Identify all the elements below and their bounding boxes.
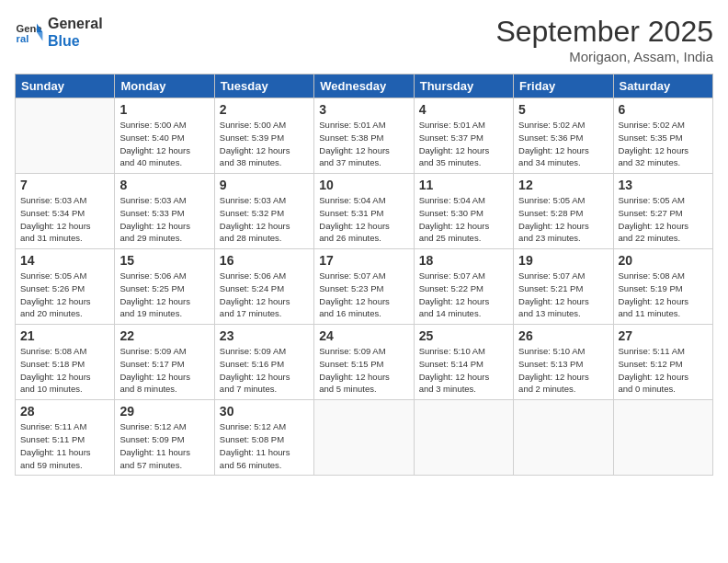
calendar-cell: 15Sunrise: 5:06 AM Sunset: 5:25 PM Dayli… <box>115 249 214 325</box>
svg-text:ral: ral <box>17 33 29 44</box>
calendar-cell: 5Sunrise: 5:02 AM Sunset: 5:36 PM Daylig… <box>514 98 613 174</box>
logo-text-line2: Blue <box>48 32 103 50</box>
day-number: 29 <box>119 404 209 419</box>
day-info: Sunrise: 5:07 AM Sunset: 5:21 PM Dayligh… <box>518 270 608 320</box>
day-header-tuesday: Tuesday <box>214 75 313 98</box>
title-block: September 2025 Morigaon, Assam, India <box>495 15 713 64</box>
calendar-cell: 2Sunrise: 5:00 AM Sunset: 5:39 PM Daylig… <box>214 98 313 174</box>
calendar-cell: 26Sunrise: 5:10 AM Sunset: 5:13 PM Dayli… <box>514 325 613 400</box>
day-number: 20 <box>619 253 708 268</box>
calendar-cell <box>414 400 513 476</box>
calendar-cell <box>16 98 115 174</box>
calendar-cell: 4Sunrise: 5:01 AM Sunset: 5:37 PM Daylig… <box>414 98 513 174</box>
day-number: 1 <box>119 102 209 117</box>
day-header-thursday: Thursday <box>414 75 513 98</box>
day-info: Sunrise: 5:03 AM Sunset: 5:32 PM Dayligh… <box>220 194 309 245</box>
calendar-table: SundayMondayTuesdayWednesdayThursdayFrid… <box>15 74 713 476</box>
day-info: Sunrise: 5:05 AM Sunset: 5:28 PM Dayligh… <box>518 194 608 245</box>
calendar-cell: 21Sunrise: 5:08 AM Sunset: 5:18 PM Dayli… <box>16 325 115 400</box>
day-number: 15 <box>119 253 209 268</box>
day-number: 19 <box>518 253 608 268</box>
day-info: Sunrise: 5:03 AM Sunset: 5:34 PM Dayligh… <box>20 194 109 245</box>
day-number: 14 <box>20 253 109 268</box>
month-title: September 2025 <box>495 15 713 49</box>
day-number: 12 <box>518 178 608 192</box>
day-number: 11 <box>419 178 508 192</box>
day-number: 22 <box>119 328 209 343</box>
day-info: Sunrise: 5:02 AM Sunset: 5:35 PM Dayligh… <box>619 119 708 169</box>
day-info: Sunrise: 5:04 AM Sunset: 5:30 PM Dayligh… <box>419 194 508 245</box>
day-info: Sunrise: 5:09 AM Sunset: 5:16 PM Dayligh… <box>220 345 309 396</box>
calendar-cell <box>613 400 712 476</box>
day-info: Sunrise: 5:10 AM Sunset: 5:14 PM Dayligh… <box>419 345 508 396</box>
calendar-cell: 28Sunrise: 5:11 AM Sunset: 5:11 PM Dayli… <box>16 400 115 476</box>
day-number: 27 <box>619 328 708 343</box>
day-number: 6 <box>619 102 708 117</box>
day-info: Sunrise: 5:12 AM Sunset: 5:08 PM Dayligh… <box>220 420 309 471</box>
day-header-sunday: Sunday <box>16 75 115 98</box>
day-number: 23 <box>220 328 309 343</box>
calendar-cell: 6Sunrise: 5:02 AM Sunset: 5:35 PM Daylig… <box>613 98 712 174</box>
day-header-saturday: Saturday <box>613 75 712 98</box>
calendar-cell: 3Sunrise: 5:01 AM Sunset: 5:38 PM Daylig… <box>314 98 414 174</box>
calendar-cell: 27Sunrise: 5:11 AM Sunset: 5:12 PM Dayli… <box>613 325 712 400</box>
day-info: Sunrise: 5:09 AM Sunset: 5:17 PM Dayligh… <box>119 345 209 396</box>
day-header-monday: Monday <box>115 75 214 98</box>
logo-icon: Gene ral <box>15 17 44 47</box>
calendar-cell: 29Sunrise: 5:12 AM Sunset: 5:09 PM Dayli… <box>115 400 214 476</box>
day-info: Sunrise: 5:02 AM Sunset: 5:36 PM Dayligh… <box>518 119 608 169</box>
day-number: 25 <box>419 328 508 343</box>
day-number: 13 <box>619 178 708 192</box>
calendar-cell: 18Sunrise: 5:07 AM Sunset: 5:22 PM Dayli… <box>414 249 513 325</box>
day-header-wednesday: Wednesday <box>314 75 414 98</box>
day-number: 17 <box>319 253 408 268</box>
day-number: 2 <box>220 102 309 117</box>
day-number: 28 <box>20 404 109 419</box>
logo-text-line1: General <box>48 15 103 32</box>
calendar-header-row: SundayMondayTuesdayWednesdayThursdayFrid… <box>16 75 713 98</box>
day-info: Sunrise: 5:08 AM Sunset: 5:19 PM Dayligh… <box>619 270 708 320</box>
day-number: 21 <box>20 328 109 343</box>
calendar-cell <box>314 400 414 476</box>
day-info: Sunrise: 5:03 AM Sunset: 5:33 PM Dayligh… <box>119 194 209 245</box>
svg-marker-3 <box>37 32 42 41</box>
calendar-cell: 7Sunrise: 5:03 AM Sunset: 5:34 PM Daylig… <box>16 174 115 249</box>
day-number: 16 <box>220 253 309 268</box>
day-info: Sunrise: 5:06 AM Sunset: 5:25 PM Dayligh… <box>119 270 209 320</box>
calendar-week-2: 7Sunrise: 5:03 AM Sunset: 5:34 PM Daylig… <box>16 174 713 249</box>
day-info: Sunrise: 5:09 AM Sunset: 5:15 PM Dayligh… <box>319 345 408 396</box>
calendar-cell: 24Sunrise: 5:09 AM Sunset: 5:15 PM Dayli… <box>314 325 414 400</box>
day-number: 9 <box>220 178 309 192</box>
day-info: Sunrise: 5:01 AM Sunset: 5:38 PM Dayligh… <box>319 119 408 169</box>
day-info: Sunrise: 5:00 AM Sunset: 5:40 PM Dayligh… <box>119 119 209 169</box>
day-info: Sunrise: 5:11 AM Sunset: 5:12 PM Dayligh… <box>619 345 708 396</box>
calendar-cell: 16Sunrise: 5:06 AM Sunset: 5:24 PM Dayli… <box>214 249 313 325</box>
calendar-cell: 17Sunrise: 5:07 AM Sunset: 5:23 PM Dayli… <box>314 249 414 325</box>
day-info: Sunrise: 5:01 AM Sunset: 5:37 PM Dayligh… <box>419 119 508 169</box>
day-number: 30 <box>220 404 309 419</box>
day-number: 7 <box>20 178 109 192</box>
day-info: Sunrise: 5:00 AM Sunset: 5:39 PM Dayligh… <box>220 119 309 169</box>
calendar-week-1: 1Sunrise: 5:00 AM Sunset: 5:40 PM Daylig… <box>16 98 713 174</box>
calendar-cell: 22Sunrise: 5:09 AM Sunset: 5:17 PM Dayli… <box>115 325 214 400</box>
calendar-cell: 14Sunrise: 5:05 AM Sunset: 5:26 PM Dayli… <box>16 249 115 325</box>
day-info: Sunrise: 5:06 AM Sunset: 5:24 PM Dayligh… <box>220 270 309 320</box>
day-info: Sunrise: 5:11 AM Sunset: 5:11 PM Dayligh… <box>20 420 109 471</box>
calendar-cell: 10Sunrise: 5:04 AM Sunset: 5:31 PM Dayli… <box>314 174 414 249</box>
calendar-week-5: 28Sunrise: 5:11 AM Sunset: 5:11 PM Dayli… <box>16 400 713 476</box>
day-info: Sunrise: 5:05 AM Sunset: 5:26 PM Dayligh… <box>20 270 109 320</box>
day-info: Sunrise: 5:04 AM Sunset: 5:31 PM Dayligh… <box>319 194 408 245</box>
calendar-cell: 11Sunrise: 5:04 AM Sunset: 5:30 PM Dayli… <box>414 174 513 249</box>
day-info: Sunrise: 5:10 AM Sunset: 5:13 PM Dayligh… <box>518 345 608 396</box>
day-info: Sunrise: 5:07 AM Sunset: 5:23 PM Dayligh… <box>319 270 408 320</box>
calendar-cell: 1Sunrise: 5:00 AM Sunset: 5:40 PM Daylig… <box>115 98 214 174</box>
calendar-cell: 30Sunrise: 5:12 AM Sunset: 5:08 PM Dayli… <box>214 400 313 476</box>
calendar-cell: 12Sunrise: 5:05 AM Sunset: 5:28 PM Dayli… <box>514 174 613 249</box>
calendar-cell: 9Sunrise: 5:03 AM Sunset: 5:32 PM Daylig… <box>214 174 313 249</box>
day-header-friday: Friday <box>514 75 613 98</box>
logo: Gene ral General Blue <box>15 15 103 50</box>
day-number: 5 <box>518 102 608 117</box>
calendar-cell: 23Sunrise: 5:09 AM Sunset: 5:16 PM Dayli… <box>214 325 313 400</box>
day-info: Sunrise: 5:08 AM Sunset: 5:18 PM Dayligh… <box>20 345 109 396</box>
calendar-cell: 19Sunrise: 5:07 AM Sunset: 5:21 PM Dayli… <box>514 249 613 325</box>
